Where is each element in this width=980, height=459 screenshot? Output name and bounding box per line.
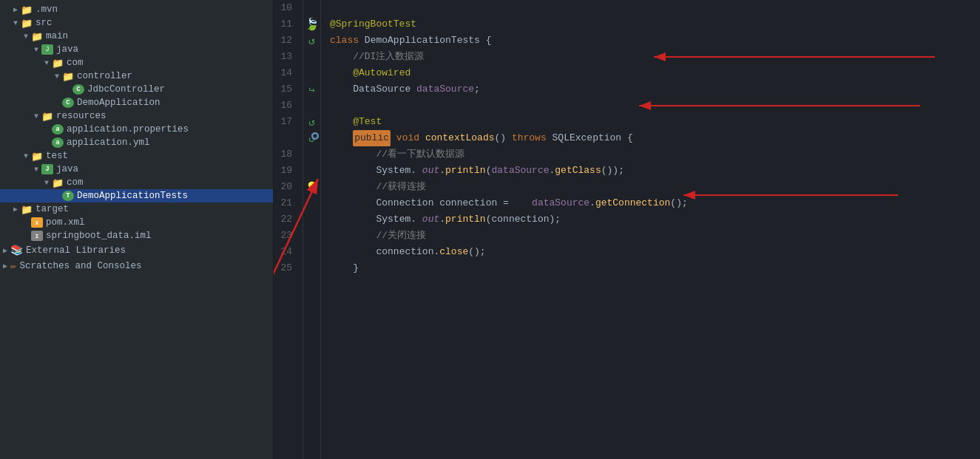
sidebar-item-label: Scratches and Consoles	[19, 261, 141, 271]
sidebar-item-label: application.yml	[67, 137, 150, 148]
sidebar-item-label: controller	[77, 71, 132, 81]
arrow-icon	[31, 166, 41, 174]
folder-icon: 📁	[21, 4, 33, 15]
scratches-icon: ✏️	[10, 259, 16, 272]
code-line-17a: @Test	[330, 114, 962, 130]
sidebar-item-label: DemoApplicationTests	[77, 191, 188, 201]
folder-icon: J	[41, 44, 53, 55]
yml-icon: a	[52, 137, 64, 148]
sidebar-item-label: DemoApplication	[77, 98, 160, 108]
code-line-25: }	[330, 260, 962, 276]
sidebar-item-label: java	[56, 44, 78, 55]
sidebar-item-label: test	[46, 151, 68, 161]
arrow-icon	[21, 152, 31, 160]
arrow-icon	[21, 33, 31, 41]
sidebar-item-main[interactable]: 📁 main	[0, 30, 273, 43]
sidebar-item-external-libraries[interactable]: 📚 External Libraries	[0, 242, 273, 258]
java-test-icon: T	[62, 191, 74, 201]
sidebar-item-application-properties[interactable]: a application.properties	[0, 123, 273, 136]
code-line-22: System. out.println(connection);	[330, 211, 962, 228]
sidebar-item-jdbccontroller[interactable]: C JdbcController	[0, 83, 273, 96]
code-line-18: //看一下默认数据源	[330, 146, 962, 163]
folder-icon: 📁	[62, 71, 74, 81]
sidebar-item-test-com[interactable]: 📁 com	[0, 176, 273, 189]
sidebar-item-label: com	[67, 177, 84, 188]
external-lib-icon: 📚	[10, 244, 23, 256]
arrow-icon	[10, 19, 21, 27]
sidebar-item-label: main	[46, 31, 68, 41]
properties-icon: a	[52, 124, 64, 135]
code-line-10	[330, 0, 962, 16]
java-class-icon: C	[72, 84, 84, 95]
xml-icon: X	[31, 217, 43, 228]
arrow-icon	[0, 246, 10, 255]
code-editor[interactable]: 10 11 12 13 14 15 16 17 18 19 20 21 22 2…	[274, 0, 980, 459]
code-line-13: //DI注入数据源	[330, 49, 962, 65]
sidebar-item-label: application.properties	[67, 124, 189, 135]
arrow-icon	[31, 112, 41, 120]
code-content[interactable]: @SpringBootTest class DemoApplicationTes…	[321, 0, 980, 459]
sidebar-item-pom-xml[interactable]: X pom.xml	[0, 216, 273, 229]
sidebar-item-application-yml[interactable]: a application.yml	[0, 136, 273, 149]
code-line-19: System. out.println(dataSource.getClass(…	[330, 163, 962, 179]
sidebar-item-iml[interactable]: I springboot_data.iml	[0, 229, 273, 242]
sidebar-item-demoapplicationtests[interactable]: T DemoApplicationTests	[0, 189, 273, 203]
iml-icon: I	[31, 231, 43, 241]
sidebar-item-label: pom.xml	[46, 217, 85, 228]
sidebar-item-label: .mvn	[36, 4, 58, 15]
folder-icon: 📁	[21, 204, 33, 214]
sidebar-item-label: springboot_data.iml	[46, 231, 152, 241]
code-line-20: //获得连接	[330, 179, 962, 195]
sidebar-item-test[interactable]: 📁 test	[0, 149, 273, 163]
sidebar-item-label: com	[67, 58, 84, 68]
sidebar-item-src[interactable]: 📁 src	[0, 16, 273, 30]
folder-icon: 📁	[41, 111, 53, 121]
sidebar-item-java[interactable]: J java	[0, 43, 273, 56]
folder-icon: 📁	[52, 58, 64, 68]
code-line-23: //关闭连接	[330, 228, 962, 244]
code-line-16	[330, 98, 962, 114]
sidebar-item-label: JdbcController	[87, 84, 165, 95]
sidebar-item-target[interactable]: 📁 target	[0, 203, 273, 216]
sidebar-item-mvn[interactable]: 📁 .mvn	[0, 3, 273, 16]
folder-icon: 📁	[21, 18, 33, 28]
sidebar-item-resources[interactable]: 📁 resources	[0, 109, 273, 123]
code-line-11: @SpringBootTest	[330, 16, 962, 33]
java-class-icon: C	[62, 98, 74, 108]
folder-icon: 📁	[31, 31, 43, 41]
arrow-icon	[52, 72, 62, 81]
sidebar-item-scratches[interactable]: ✏️ Scratches and Consoles	[0, 258, 273, 273]
arrow-icon	[31, 46, 41, 54]
sidebar-item-demoapplication[interactable]: C DemoApplication	[0, 96, 273, 109]
arrow-icon	[10, 5, 21, 14]
sidebar-item-controller[interactable]: 📁 controller	[0, 69, 273, 83]
folder-icon: 📁	[52, 177, 64, 188]
gutter: 🍃 ↺ ↪ ↺ ↺ ⬡ 💡	[303, 0, 321, 459]
arrow-icon	[41, 179, 52, 187]
arrow-icon	[41, 59, 52, 67]
code-line-14: @Autowired	[330, 65, 962, 81]
test-java-icon: J	[41, 164, 53, 174]
line-numbers: 10 11 12 13 14 15 16 17 18 19 20 21 22 2…	[274, 0, 303, 459]
arrow-icon	[0, 262, 10, 271]
sidebar-item-test-java[interactable]: J java	[0, 163, 273, 176]
sidebar-item-label: src	[36, 18, 53, 28]
code-line-12: class DemoApplicationTests {	[330, 33, 962, 49]
sidebar-item-label: External Libraries	[26, 245, 126, 256]
code-line-24: connection.close();	[330, 244, 962, 260]
code-line-17b: public void contextLoads() throws SQLExc…	[330, 130, 962, 146]
folder-icon: 📁	[31, 151, 43, 161]
code-line-21: Connection connection = dataSource.getCo…	[330, 195, 962, 211]
file-tree[interactable]: 📁 .mvn 📁 src 📁 main J java 📁 com 📁 contr…	[0, 0, 274, 459]
sidebar-item-com[interactable]: 📁 com	[0, 56, 273, 69]
code-line-15: DataSource dataSource;	[330, 81, 962, 98]
sidebar-item-label: resources	[56, 111, 107, 121]
sidebar-item-label: java	[56, 164, 78, 174]
sidebar-item-label: target	[36, 204, 69, 214]
arrow-icon	[10, 205, 21, 214]
